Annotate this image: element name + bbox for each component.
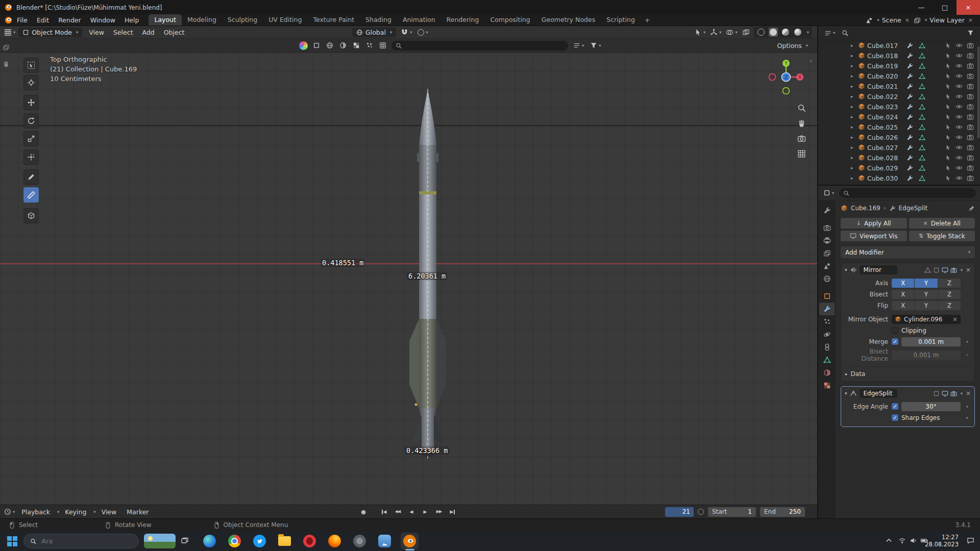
selectable-toggle-icon[interactable]	[945, 113, 951, 120]
shading-wireframe-button[interactable]	[756, 28, 766, 37]
toggle-stack-button[interactable]: ⇅Toggle Stack	[909, 231, 975, 241]
properties-tab-render[interactable]	[819, 221, 835, 234]
data-subpanel-header[interactable]: ▸ Data	[845, 366, 970, 378]
disable-render-toggle-icon[interactable]	[967, 52, 974, 59]
axis-x-toggle[interactable]: X	[892, 279, 914, 288]
workspace-tab-rendering[interactable]: Rendering	[441, 14, 485, 26]
selectable-toggle-icon[interactable]	[945, 174, 951, 182]
workspace-tab-scripting[interactable]: Scripting	[601, 14, 641, 26]
object-name[interactable]: Cube.022	[867, 93, 898, 101]
outliner-row[interactable]: ▸ Cube.029	[818, 163, 980, 173]
outliner-row[interactable]: ▸ Cube.028	[818, 153, 980, 163]
tool-scale-button[interactable]	[23, 131, 39, 146]
tool-cursor-button[interactable]	[23, 75, 39, 90]
disable-render-toggle-icon[interactable]	[967, 174, 974, 182]
viewport-vis-button[interactable]: Viewport Vis	[841, 231, 907, 241]
object-name[interactable]: Cube.017	[867, 42, 898, 49]
taskbar-search-box[interactable]	[23, 534, 139, 548]
outliner-search-icon[interactable]	[841, 29, 849, 37]
properties-tab-scene[interactable]	[819, 260, 835, 272]
display-filter-material-icon[interactable]	[338, 41, 348, 50]
object-name[interactable]: Cube.018	[867, 52, 898, 60]
animate-dot-icon[interactable]	[966, 341, 968, 343]
display-mode-dropdown[interactable]: ▾	[572, 41, 585, 50]
tray-expand-icon[interactable]	[885, 537, 893, 544]
volume-icon[interactable]	[910, 537, 917, 544]
apply-all-button[interactable]: ↓Apply All	[841, 218, 907, 229]
collapse-icon[interactable]: ▾	[845, 267, 847, 272]
merge-value-field[interactable]: 0.001 m	[901, 337, 961, 346]
twitter-taskbar-icon[interactable]	[247, 531, 272, 551]
expand-icon[interactable]: ▸	[851, 53, 857, 58]
hide-viewport-toggle-icon[interactable]	[955, 52, 963, 59]
timeline-menu-playback[interactable]: Playback	[17, 507, 55, 517]
tool-box-select-button[interactable]	[23, 58, 39, 73]
workspace-tab-uv-editing[interactable]: UV Editing	[263, 14, 307, 26]
app-taskbar-icon[interactable]	[347, 531, 372, 551]
selectable-toggle-icon[interactable]	[945, 83, 951, 90]
selectable-toggle-icon[interactable]	[945, 144, 951, 151]
properties-tab-view-layer[interactable]	[819, 247, 835, 260]
minimize-button[interactable]: —	[910, 0, 933, 15]
shading-material-button[interactable]	[781, 28, 790, 37]
vp-menu-add[interactable]: Add	[138, 28, 159, 37]
workspace-tab-modeling[interactable]: Modeling	[182, 14, 222, 26]
workspace-tab-sculpting[interactable]: Sculpting	[222, 14, 263, 26]
outliner-row[interactable]: ▸ Cube.027	[818, 142, 980, 153]
display-filter-texture-icon[interactable]	[352, 41, 361, 50]
select-visibility-dropdown[interactable]: ▾	[693, 28, 706, 37]
blender-menu-icon[interactable]	[0, 16, 12, 24]
hide-viewport-toggle-icon[interactable]	[955, 164, 963, 171]
properties-tab-tool[interactable]	[819, 204, 835, 217]
delete-all-button[interactable]: ×Delete All	[909, 218, 975, 229]
hide-viewport-toggle-icon[interactable]	[955, 134, 963, 141]
object-name[interactable]: Cube.027	[867, 144, 898, 152]
task-view-button[interactable]	[181, 537, 189, 545]
modifier-name-field[interactable]: Mirror	[860, 265, 897, 274]
disable-render-toggle-icon[interactable]	[967, 93, 974, 100]
selectable-toggle-icon[interactable]	[945, 62, 951, 69]
properties-search-field[interactable]	[839, 188, 976, 198]
display-filter-grid-icon[interactable]	[378, 41, 387, 50]
camera-view-button[interactable]	[797, 134, 806, 143]
properties-tab-texture[interactable]	[819, 379, 835, 392]
files-taskbar-icon[interactable]	[272, 531, 297, 551]
outliner-row[interactable]: ▸ Cube.030	[818, 173, 980, 183]
expand-icon[interactable]: ▸	[851, 135, 857, 140]
expand-icon[interactable]: ▸	[851, 63, 857, 68]
hide-viewport-toggle-icon[interactable]	[955, 103, 963, 110]
display-filter-particles-icon[interactable]	[365, 41, 374, 50]
expand-icon[interactable]: ▸	[851, 124, 857, 130]
outliner-row[interactable]: ▸ Cube.026	[818, 132, 980, 142]
pin-icon[interactable]	[968, 205, 975, 212]
object-name[interactable]: Cube.025	[867, 123, 898, 131]
object-name[interactable]: Cube.020	[867, 72, 898, 80]
tool-measure-button[interactable]	[23, 187, 39, 203]
animate-dot-icon[interactable]	[966, 417, 968, 419]
hide-viewport-toggle-icon[interactable]	[955, 42, 963, 49]
properties-tab-world[interactable]	[819, 272, 835, 285]
render-toggle-icon[interactable]	[950, 267, 957, 273]
snap-toggle-button[interactable]: ▾	[400, 28, 413, 37]
toolbar-search-input[interactable]	[405, 41, 564, 49]
flip-y-toggle[interactable]: Y	[915, 301, 937, 310]
disable-render-toggle-icon[interactable]	[967, 164, 974, 171]
object-name[interactable]: Cube.021	[867, 83, 898, 90]
bisect-y-toggle[interactable]: Y	[915, 290, 937, 299]
tool-rotate-button[interactable]	[23, 113, 39, 129]
display-filter-object-icon[interactable]	[312, 41, 321, 50]
view-layer-selector[interactable]: ▾ View Layer ×	[914, 16, 974, 24]
tool-move-button[interactable]	[23, 95, 39, 110]
tool-annotate-button[interactable]	[23, 169, 39, 185]
prev-keyframe-button[interactable]: ◀◀	[391, 507, 404, 517]
filter-funnel-icon[interactable]: ▾	[589, 41, 602, 50]
disable-render-toggle-icon[interactable]	[967, 154, 974, 161]
outliner-filter-icon[interactable]	[966, 29, 975, 37]
animate-dot-icon[interactable]	[966, 406, 968, 408]
display-filter-world-icon[interactable]	[325, 41, 334, 50]
shading-rendered-button[interactable]	[793, 28, 802, 37]
hide-viewport-toggle-icon[interactable]	[955, 113, 963, 120]
breadcrumb-object[interactable]: Cube.169	[851, 205, 880, 212]
render-toggle-icon[interactable]	[950, 390, 957, 397]
properties-tab-material[interactable]	[819, 366, 835, 379]
